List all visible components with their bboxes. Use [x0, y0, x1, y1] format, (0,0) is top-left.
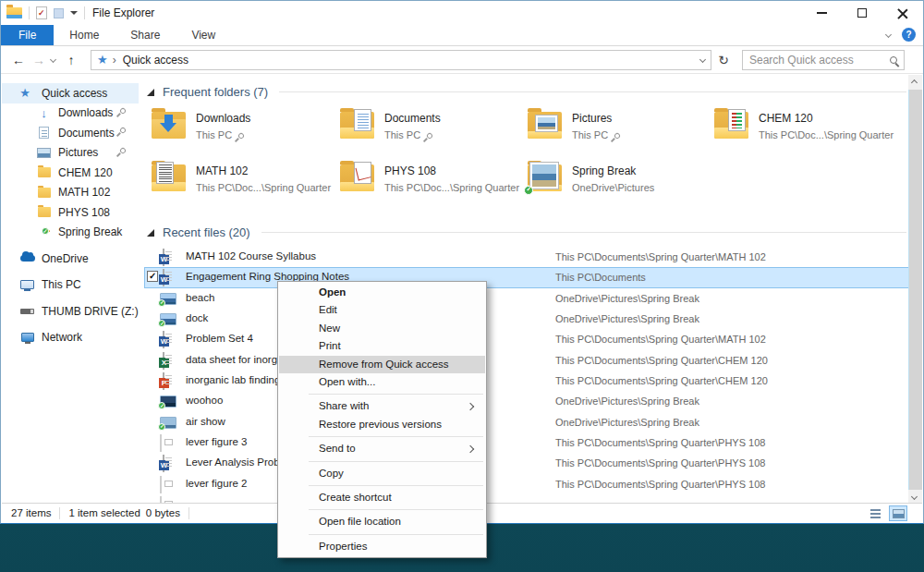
refresh-icon[interactable]: ↻ [711, 53, 736, 67]
status-selection-count: 1 item selected [68, 507, 140, 518]
file-row-selected[interactable]: W Engagement Ring Shopping Notes This PC… [144, 267, 911, 287]
file-row[interactable]: W MATH 102 Course Syllabus This PC\Docum… [144, 247, 911, 267]
menu-item-open-file-location[interactable]: Open file location [279, 513, 485, 530]
file-row[interactable]: beach OneDrive\Pictures\Spring Break [144, 288, 911, 309]
checkbox-checked[interactable] [147, 271, 158, 282]
sidebar-item-pictures[interactable]: Pictures [2, 143, 139, 164]
close-button[interactable] [882, 1, 923, 25]
pictures-folder-icon [528, 112, 562, 139]
tile-math-102[interactable]: MATH 102 This PC\Doc...\Spring Quarter [152, 159, 336, 211]
customize-quick-access-toolbar-chevron-icon[interactable] [70, 11, 78, 15]
menu-item-properties[interactable]: Properties [279, 538, 485, 555]
tab-home[interactable]: Home [54, 25, 115, 45]
photo-folder-synced-icon [528, 164, 562, 191]
file-row[interactable]: lever figure 2 This PC\Documents\Spring … [144, 474, 911, 494]
scroll-up-icon[interactable] [911, 79, 918, 86]
tile-phys-108[interactable]: PHYS 108 This PC\Doc...\Spring Quarter [340, 159, 525, 211]
tile-name: Documents [384, 112, 441, 125]
address-bar: ← → ↑ ★ › Quick access ↻ [1, 46, 923, 74]
file-path: This PC\Documents\Spring Quarter\MATH 10… [555, 251, 766, 262]
tab-view[interactable]: View [176, 25, 231, 45]
sidebar-item-math-102[interactable]: MATH 102 [2, 183, 139, 203]
tab-share[interactable]: Share [115, 25, 176, 45]
sidebar-item-this-pc[interactable]: This PC [2, 275, 139, 296]
address-dropdown-chevron-icon[interactable] [699, 56, 706, 63]
help-icon[interactable]: ? [902, 28, 916, 42]
tab-file[interactable]: File [1, 25, 54, 45]
sidebar-item-network[interactable]: Network [2, 328, 139, 348]
recent-files-header[interactable]: Recent files (20) [147, 225, 906, 239]
sidebar-item-chem-120[interactable]: CHEM 120 [2, 163, 139, 183]
title-bar[interactable]: File Explorer [1, 1, 923, 25]
menu-item-restore-previous-versions[interactable]: Restore previous versions [279, 416, 485, 433]
sidebar-item-documents[interactable]: Documents [2, 123, 139, 143]
tile-spring-break[interactable]: Spring Break OneDrive\Pictures [528, 159, 712, 211]
word-file-icon: W [163, 249, 164, 266]
search-box[interactable] [742, 50, 905, 70]
group-header-rule [261, 232, 906, 233]
address-box[interactable]: ★ › Quick access [91, 50, 711, 70]
file-row[interactable]: lever figure 3 This PC\Documents\Spring … [144, 432, 911, 453]
file-row[interactable]: W Problem Set 4 This PC\Documents\Spring… [144, 329, 911, 349]
collapse-twisty-icon[interactable] [147, 229, 154, 237]
frequent-folders-header[interactable]: Frequent folders (7) [147, 85, 906, 99]
thumbnails-view-button[interactable] [889, 505, 907, 521]
sync-check-icon [158, 423, 165, 431]
menu-item-open[interactable]: Open [279, 284, 485, 301]
sync-check-icon [158, 402, 165, 409]
minimize-button[interactable] [801, 1, 842, 25]
tile-pictures[interactable]: Pictures This PC [528, 106, 712, 158]
tile-location: This PC\Doc...\Spring Quarter [384, 182, 519, 193]
properties-check-icon[interactable] [36, 6, 47, 19]
scroll-down-icon[interactable] [911, 493, 918, 500]
documents-folder-icon [340, 112, 374, 139]
sidebar-item-onedrive[interactable]: OneDrive [2, 249, 139, 269]
file-row[interactable]: woohoo OneDrive\Pictures\Spring Break [144, 391, 911, 411]
details-view-button[interactable] [866, 505, 884, 521]
search-input[interactable] [749, 54, 890, 67]
recent-locations-chevron-icon[interactable] [50, 56, 56, 63]
sidebar-item-label: Documents [58, 127, 115, 140]
forward-arrow-icon[interactable]: → [29, 53, 49, 67]
word-file-icon: W [163, 331, 164, 348]
back-arrow-icon[interactable]: ← [8, 53, 29, 67]
tile-chem-120[interactable]: CHEM 120 This PC\Doc...\Spring Quarter [714, 106, 899, 158]
sidebar-item-spring-break[interactable]: Spring Break [2, 223, 139, 243]
sidebar-item-phys-108[interactable]: PHYS 108 [2, 202, 139, 223]
up-arrow-icon[interactable]: ↑ [61, 53, 81, 67]
menu-item-edit[interactable]: Edit [279, 301, 485, 319]
tile-downloads[interactable]: Downloads This PC [152, 106, 336, 158]
file-explorer-folder-icon[interactable] [6, 7, 22, 18]
word-file-icon: W [163, 455, 164, 472]
file-row[interactable]: X data sheet for inorganic This PC\Docum… [144, 350, 911, 371]
sidebar-item-thumb-drive[interactable]: THUMB DRIVE (Z:) [2, 301, 139, 322]
ribbon-right-controls: ? [886, 28, 916, 42]
menu-item-print[interactable]: Print [279, 337, 485, 355]
menu-separator [309, 436, 483, 437]
breadcrumb-location[interactable]: Quick access [123, 54, 188, 67]
scrollbar-thumb[interactable] [908, 90, 922, 490]
menu-item-share-with[interactable]: Share with [279, 397, 485, 415]
file-row[interactable]: P inorganic lab findings This PC\Documen… [144, 371, 911, 391]
menu-item-new[interactable]: New [279, 320, 485, 337]
menu-item-open-with[interactable]: Open with... [279, 373, 485, 391]
sidebar-item-quick-access[interactable]: ★ Quick access [2, 83, 139, 103]
menu-item-send-to[interactable]: Send to [279, 440, 485, 457]
ribbon-collapse-chevron-icon[interactable] [885, 31, 892, 38]
file-row[interactable]: dock OneDrive\Pictures\Spring Break [144, 309, 911, 329]
menu-item-remove-from-quick-access[interactable]: Remove from Quick access [279, 356, 485, 373]
tile-documents[interactable]: Documents This PC [340, 106, 525, 158]
menu-item-create-shortcut[interactable]: Create shortcut [279, 489, 485, 506]
maximize-button[interactable] [842, 1, 882, 25]
file-row[interactable]: air show OneDrive\Pictures\Spring Break [144, 412, 911, 432]
photo-synced-icon [160, 417, 176, 429]
window-title: File Explorer [92, 6, 154, 19]
vertical-scrollbar[interactable] [908, 75, 922, 505]
sidebar-item-downloads[interactable]: ↓ Downloads [2, 103, 139, 124]
collapse-twisty-icon[interactable] [147, 89, 154, 96]
new-folder-icon[interactable] [54, 8, 64, 18]
menu-item-copy[interactable]: Copy [279, 465, 485, 482]
file-row[interactable]: W Lever Analysis Problem This PC\Documen… [144, 453, 911, 473]
file-path: This PC\Documents [555, 272, 646, 283]
photo-synced-icon [160, 313, 176, 325]
